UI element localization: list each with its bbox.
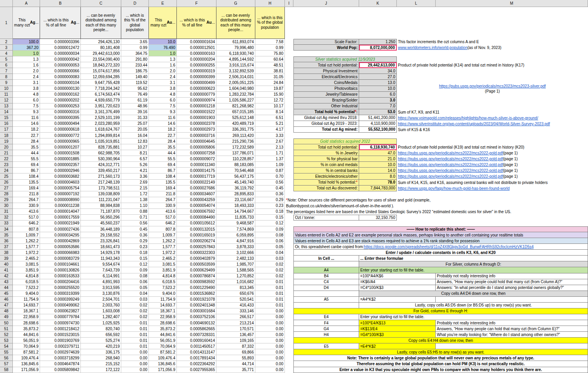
cell-C40[interactable]: 9,554,674 — [81, 261, 121, 267]
cellref-E5[interactable]: E5 — [293, 343, 359, 349]
cell-J40[interactable] — [293, 261, 359, 267]
silver-jewelry-pct[interactable]: 6.0 — [359, 92, 397, 98]
cell-C44[interactable]: 3,913,595 — [81, 285, 121, 291]
cell-G31[interactable]: 14,794,667 — [216, 209, 255, 215]
cell-A11[interactable]: 4.8 — [13, 92, 40, 98]
cell-C15[interactable]: 2,529,101,199 — [81, 115, 121, 121]
desc-F4[interactable]: Probably not really interesting info — [436, 320, 588, 326]
gold-lastly-note[interactable]: Lastly, copy cells E5:H5 to any row(s) a… — [293, 349, 588, 355]
cell-A42[interactable]: 4,814.8 — [13, 273, 40, 279]
instruction-A4[interactable]: Enter your starting ozt to fill the tabl… — [359, 267, 588, 273]
cell-D14[interactable]: 39.16 — [121, 109, 149, 115]
cell-C54[interactable]: 420,219 — [81, 343, 121, 349]
cell-G43[interactable]: 1,016,682 — [216, 279, 255, 285]
column-header-J[interactable]: J — [293, 0, 359, 7]
cell-L16[interactable]: https://www.silverinstitute.org/wp-conte… — [397, 121, 588, 127]
row-header-22[interactable]: 22 — [0, 156, 13, 162]
row-header-33[interactable]: 33 — [0, 221, 13, 226]
cell-F54[interactable]: 0.0011450517 — [177, 343, 216, 349]
cell-C25[interactable]: 271,560,173 — [81, 173, 121, 179]
cellref-H4[interactable]: H4 — [293, 332, 359, 338]
cell-H11[interactable]: 15.90 — [255, 92, 285, 98]
cell-C28[interactable]: 139,038,809 — [81, 191, 121, 197]
cell-D8[interactable]: 149.40 — [121, 74, 149, 80]
cell-G19[interactable]: 215,290,736 — [216, 138, 255, 144]
cell-E33[interactable]: 646.2 — [149, 221, 177, 226]
cell-D45[interactable]: 0.04 — [121, 291, 149, 297]
row-header-28[interactable]: 28 — [0, 191, 13, 197]
cell-H45[interactable]: 0.01 — [255, 291, 285, 297]
cell-B3[interactable]: 0.0000012472 — [40, 45, 81, 51]
cell-B6[interactable]: 0.0000000053 — [40, 62, 81, 68]
cell-E20[interactable]: 35.5 — [149, 144, 177, 150]
cell-G58[interactable]: 35,771 — [216, 367, 255, 373]
row-header-9[interactable]: 9 — [0, 80, 13, 86]
cell-E21[interactable]: 44.4 — [149, 150, 177, 156]
ag-mined-thru-2018[interactable]: 51,441,200,000 — [359, 115, 397, 121]
cell-B7[interactable]: 0.0000000066 — [40, 68, 81, 74]
scale-factor-note[interactable]: This factor increments the ozt columns A… — [397, 39, 588, 45]
cell-F22[interactable]: 0.0000009072 — [177, 156, 216, 162]
cell-G56[interactable]: 55,893 — [216, 355, 255, 361]
row-header-19[interactable]: 19 — [0, 138, 13, 144]
header-cell-C[interactable]: ... can be evenly distributed among each… — [81, 7, 121, 39]
cell-L15[interactable]: https://www.voimagold.com/releases/highl… — [397, 115, 588, 121]
cell-E48[interactable]: 18,367.1 — [149, 308, 177, 314]
cell-B33[interactable]: 0.0000021949 — [40, 221, 81, 226]
cell-B34[interactable]: 0.0000027436 — [40, 226, 81, 232]
cell-H3[interactable]: 0.99 — [255, 45, 285, 51]
gold-total-hold-note[interactable]: Sum of K14, K15, and K16, assuming centr… — [397, 180, 588, 186]
cell-D10[interactable]: 95.62 — [121, 86, 149, 92]
cell-G38[interactable]: 3,102,666 — [216, 250, 255, 256]
cell-H20[interactable]: 2.13 — [255, 144, 285, 150]
cell-A52[interactable]: 44,841.6 — [13, 332, 40, 338]
header-cell-B[interactable]: ... which is this % of all fine Ag... — [40, 7, 81, 39]
cell-J47[interactable] — [293, 303, 359, 308]
cell-E36[interactable]: 1,262.2 — [149, 238, 177, 244]
row-header-46[interactable]: 46 — [0, 297, 13, 303]
cellref-F4[interactable]: F4 — [293, 320, 359, 326]
cell-E10[interactable]: 3.8 — [149, 86, 177, 92]
cell-J45[interactable] — [293, 291, 359, 297]
ozt-per-tonne-label[interactable]: Ozt / tonne: — [293, 215, 359, 221]
row-header-50[interactable]: 50 — [0, 320, 13, 326]
cell-E54[interactable]: 70,064.9 — [149, 343, 177, 349]
cell-H55[interactable]: 0.00 — [255, 349, 285, 355]
row-header-34[interactable]: 34 — [0, 226, 13, 232]
cell-A19[interactable]: 28.4 — [13, 138, 40, 144]
cell-A32[interactable]: 517.0 — [13, 215, 40, 221]
cell-A43[interactable]: 6,018.5 — [13, 279, 40, 285]
cell-F47[interactable]: 0.0002401348 — [177, 303, 216, 308]
cell-B11[interactable]: 0.0000000162 — [40, 92, 81, 98]
cell-H37[interactable]: 0.05 — [255, 244, 285, 250]
cell-D46[interactable]: 0.03 — [121, 297, 149, 303]
cellref-A4[interactable]: A4 — [293, 267, 359, 273]
header-cell-E[interactable]: This many ozt Au ... — [149, 7, 177, 39]
cell-D33[interactable]: 0.56 — [121, 221, 149, 226]
cell-D13[interactable]: 48.96 — [121, 103, 149, 109]
gold-hold-potential-value[interactable]: 6,118,930,740 — [359, 144, 397, 150]
cell-F57[interactable]: 0.0022364292 — [177, 361, 216, 367]
cell-G3[interactable]: 79,996,480 — [216, 45, 255, 51]
cell-G30[interactable]: 18,493,333 — [216, 203, 255, 209]
row-header-17[interactable]: 17 — [0, 127, 13, 133]
cell-E57[interactable]: 136,845.6 — [149, 361, 177, 367]
row-header-56[interactable]: 56 — [0, 355, 13, 361]
cell-E13[interactable]: 7.5 — [149, 103, 177, 109]
cell-B16[interactable]: 0.0000000494 — [40, 121, 81, 127]
cell-B52[interactable]: 0.0001523015 — [40, 332, 81, 338]
cell-F23[interactable]: 0.0000011340 — [177, 162, 216, 168]
cell-F41[interactable]: 0.0000629499 — [177, 267, 216, 273]
row-header-5[interactable]: 5 — [0, 56, 13, 62]
world-pop-value[interactable]: 8,072,000,000 — [359, 45, 397, 51]
cell-A49[interactable]: 22,958.9 — [13, 314, 40, 320]
silver-coins-pct[interactable]: 13.0 — [359, 80, 397, 86]
howto-a3e3-note[interactable]: Values entered in Cells A3 and E3 are st… — [293, 238, 588, 244]
cell-A13[interactable]: 7.5 — [13, 103, 40, 109]
cell-G47[interactable]: 416,433 — [216, 303, 255, 308]
cell-E32[interactable]: 517.0 — [149, 215, 177, 221]
cell-H10[interactable]: 19.87 — [255, 86, 285, 92]
cell-F15[interactable]: 0.0000001903 — [177, 115, 216, 121]
cell-B32[interactable]: 0.0000017559 — [40, 215, 81, 221]
cell-H52[interactable]: 0.00 — [255, 332, 285, 338]
